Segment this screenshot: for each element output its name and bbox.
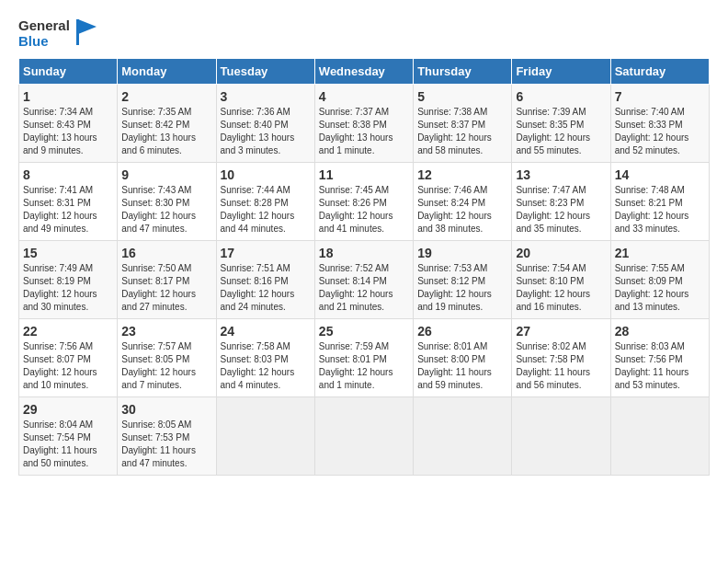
day-number: 16 bbox=[121, 246, 211, 260]
calendar-cell: 11 Sunrise: 7:45 AM Sunset: 8:26 PM Dayl… bbox=[314, 163, 413, 241]
day-info: Sunrise: 7:56 AM Sunset: 8:07 PM Dayligh… bbox=[23, 340, 113, 392]
weekday-header-saturday: Saturday bbox=[610, 59, 709, 85]
calendar-cell bbox=[610, 397, 709, 476]
day-number: 21 bbox=[615, 246, 705, 260]
day-info: Sunrise: 7:49 AM Sunset: 8:19 PM Dayligh… bbox=[23, 262, 113, 314]
day-info: Sunrise: 7:59 AM Sunset: 8:01 PM Dayligh… bbox=[319, 340, 409, 392]
calendar-cell: 22 Sunrise: 7:56 AM Sunset: 8:07 PM Dayl… bbox=[19, 319, 118, 397]
day-number: 28 bbox=[615, 324, 705, 339]
svg-marker-0 bbox=[78, 19, 97, 34]
weekday-header-row: SundayMondayTuesdayWednesdayThursdayFrid… bbox=[19, 59, 710, 85]
calendar-table: SundayMondayTuesdayWednesdayThursdayFrid… bbox=[18, 58, 710, 476]
calendar-cell: 23 Sunrise: 7:57 AM Sunset: 8:05 PM Dayl… bbox=[118, 319, 216, 397]
calendar-week-row: 22 Sunrise: 7:56 AM Sunset: 8:07 PM Dayl… bbox=[19, 319, 710, 397]
day-number: 7 bbox=[615, 89, 705, 104]
day-number: 6 bbox=[516, 89, 606, 104]
weekday-header-wednesday: Wednesday bbox=[314, 59, 413, 85]
day-info: Sunrise: 8:04 AM Sunset: 7:54 PM Dayligh… bbox=[23, 419, 113, 470]
weekday-header-friday: Friday bbox=[512, 59, 610, 85]
day-info: Sunrise: 7:48 AM Sunset: 8:21 PM Dayligh… bbox=[615, 184, 705, 236]
day-info: Sunrise: 7:52 AM Sunset: 8:14 PM Dayligh… bbox=[319, 262, 409, 314]
calendar-cell bbox=[216, 397, 314, 476]
day-info: Sunrise: 8:03 AM Sunset: 7:56 PM Dayligh… bbox=[615, 340, 705, 392]
calendar-cell: 24 Sunrise: 7:58 AM Sunset: 8:03 PM Dayl… bbox=[216, 319, 314, 397]
calendar-cell: 1 Sunrise: 7:34 AM Sunset: 8:43 PM Dayli… bbox=[19, 85, 118, 163]
day-info: Sunrise: 7:45 AM Sunset: 8:26 PM Dayligh… bbox=[319, 184, 409, 236]
calendar-cell: 28 Sunrise: 8:03 AM Sunset: 7:56 PM Dayl… bbox=[610, 319, 709, 397]
day-number: 24 bbox=[221, 324, 311, 339]
day-info: Sunrise: 7:58 AM Sunset: 8:03 PM Dayligh… bbox=[221, 340, 311, 392]
day-number: 5 bbox=[417, 89, 507, 104]
day-info: Sunrise: 7:35 AM Sunset: 8:42 PM Dayligh… bbox=[121, 106, 211, 157]
calendar-cell: 3 Sunrise: 7:36 AM Sunset: 8:40 PM Dayli… bbox=[216, 85, 314, 163]
calendar-cell: 16 Sunrise: 7:50 AM Sunset: 8:17 PM Dayl… bbox=[118, 241, 216, 319]
day-info: Sunrise: 7:54 AM Sunset: 8:10 PM Dayligh… bbox=[516, 262, 606, 314]
day-info: Sunrise: 7:44 AM Sunset: 8:28 PM Dayligh… bbox=[221, 184, 311, 236]
calendar-cell: 20 Sunrise: 7:54 AM Sunset: 8:10 PM Dayl… bbox=[512, 241, 610, 319]
day-info: Sunrise: 7:39 AM Sunset: 8:35 PM Dayligh… bbox=[516, 106, 606, 157]
day-number: 30 bbox=[121, 402, 211, 417]
day-number: 25 bbox=[319, 324, 409, 339]
day-number: 13 bbox=[516, 167, 606, 182]
weekday-header-tuesday: Tuesday bbox=[216, 59, 314, 85]
calendar-cell: 13 Sunrise: 7:47 AM Sunset: 8:23 PM Dayl… bbox=[512, 163, 610, 241]
calendar-cell: 18 Sunrise: 7:52 AM Sunset: 8:14 PM Dayl… bbox=[314, 241, 413, 319]
day-number: 22 bbox=[23, 324, 113, 339]
day-info: Sunrise: 8:05 AM Sunset: 7:53 PM Dayligh… bbox=[121, 419, 211, 470]
day-number: 2 bbox=[121, 89, 211, 104]
day-info: Sunrise: 7:38 AM Sunset: 8:37 PM Dayligh… bbox=[417, 106, 507, 157]
day-info: Sunrise: 7:36 AM Sunset: 8:40 PM Dayligh… bbox=[221, 106, 311, 157]
day-info: Sunrise: 7:47 AM Sunset: 8:23 PM Dayligh… bbox=[516, 184, 606, 236]
day-info: Sunrise: 7:50 AM Sunset: 8:17 PM Dayligh… bbox=[121, 262, 211, 314]
weekday-header-monday: Monday bbox=[118, 59, 216, 85]
day-number: 26 bbox=[417, 324, 507, 339]
day-number: 27 bbox=[516, 324, 606, 339]
day-number: 18 bbox=[319, 246, 409, 260]
day-info: Sunrise: 8:01 AM Sunset: 8:00 PM Dayligh… bbox=[417, 340, 507, 392]
logo-container: General Blue bbox=[18, 18, 70, 49]
calendar-cell: 21 Sunrise: 7:55 AM Sunset: 8:09 PM Dayl… bbox=[610, 241, 709, 319]
day-info: Sunrise: 7:46 AM Sunset: 8:24 PM Dayligh… bbox=[417, 184, 507, 236]
calendar-week-row: 1 Sunrise: 7:34 AM Sunset: 8:43 PM Dayli… bbox=[19, 85, 710, 163]
logo-general: General bbox=[18, 18, 70, 34]
day-number: 9 bbox=[121, 167, 211, 182]
day-number: 20 bbox=[516, 246, 606, 260]
day-number: 23 bbox=[121, 324, 211, 339]
calendar-week-row: 8 Sunrise: 7:41 AM Sunset: 8:31 PM Dayli… bbox=[19, 163, 710, 241]
calendar-cell: 2 Sunrise: 7:35 AM Sunset: 8:42 PM Dayli… bbox=[118, 85, 216, 163]
calendar-cell: 15 Sunrise: 7:49 AM Sunset: 8:19 PM Dayl… bbox=[19, 241, 118, 319]
calendar-cell bbox=[512, 397, 610, 476]
day-number: 15 bbox=[23, 246, 113, 260]
calendar-cell: 10 Sunrise: 7:44 AM Sunset: 8:28 PM Dayl… bbox=[216, 163, 314, 241]
weekday-header-thursday: Thursday bbox=[414, 59, 512, 85]
day-info: Sunrise: 7:37 AM Sunset: 8:38 PM Dayligh… bbox=[319, 106, 409, 157]
svg-rect-1 bbox=[76, 19, 79, 45]
day-info: Sunrise: 7:43 AM Sunset: 8:30 PM Dayligh… bbox=[121, 184, 211, 236]
calendar-week-row: 15 Sunrise: 7:49 AM Sunset: 8:19 PM Dayl… bbox=[19, 241, 710, 319]
day-number: 10 bbox=[221, 167, 311, 182]
day-info: Sunrise: 7:55 AM Sunset: 8:09 PM Dayligh… bbox=[615, 262, 705, 314]
day-info: Sunrise: 7:57 AM Sunset: 8:05 PM Dayligh… bbox=[121, 340, 211, 392]
calendar-cell: 4 Sunrise: 7:37 AM Sunset: 8:38 PM Dayli… bbox=[314, 85, 413, 163]
day-info: Sunrise: 8:02 AM Sunset: 7:58 PM Dayligh… bbox=[516, 340, 606, 392]
day-number: 3 bbox=[221, 89, 311, 104]
day-number: 4 bbox=[319, 89, 409, 104]
page-header: General Blue bbox=[18, 18, 710, 49]
calendar-cell: 7 Sunrise: 7:40 AM Sunset: 8:33 PM Dayli… bbox=[610, 85, 709, 163]
calendar-cell: 9 Sunrise: 7:43 AM Sunset: 8:30 PM Dayli… bbox=[118, 163, 216, 241]
calendar-cell: 6 Sunrise: 7:39 AM Sunset: 8:35 PM Dayli… bbox=[512, 85, 610, 163]
calendar-cell: 29 Sunrise: 8:04 AM Sunset: 7:54 PM Dayl… bbox=[19, 397, 118, 476]
logo: General Blue bbox=[18, 18, 97, 49]
day-number: 1 bbox=[23, 89, 113, 104]
calendar-cell: 14 Sunrise: 7:48 AM Sunset: 8:21 PM Dayl… bbox=[610, 163, 709, 241]
calendar-cell bbox=[314, 397, 413, 476]
day-info: Sunrise: 7:41 AM Sunset: 8:31 PM Dayligh… bbox=[23, 184, 113, 236]
day-info: Sunrise: 7:40 AM Sunset: 8:33 PM Dayligh… bbox=[615, 106, 705, 157]
logo-flag-icon bbox=[76, 19, 97, 45]
calendar-cell: 8 Sunrise: 7:41 AM Sunset: 8:31 PM Dayli… bbox=[19, 163, 118, 241]
day-info: Sunrise: 7:53 AM Sunset: 8:12 PM Dayligh… bbox=[417, 262, 507, 314]
day-number: 29 bbox=[23, 402, 113, 417]
day-number: 14 bbox=[615, 167, 705, 182]
day-number: 11 bbox=[319, 167, 409, 182]
day-info: Sunrise: 7:51 AM Sunset: 8:16 PM Dayligh… bbox=[221, 262, 311, 314]
